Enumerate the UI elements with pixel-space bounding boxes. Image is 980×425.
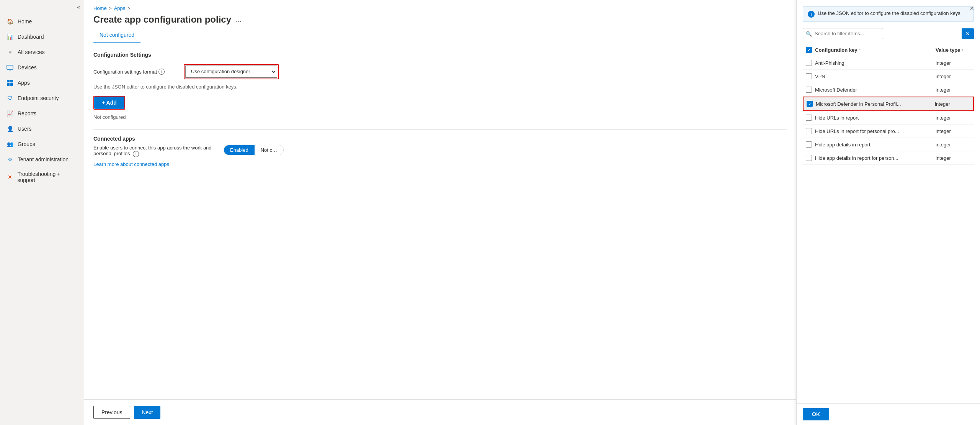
table-row: Microsoft Defender integer (803, 83, 974, 97)
sidebar-item-label: Reports (18, 110, 36, 117)
trouble-icon: ✕ (6, 173, 13, 181)
sidebar-item-tenant[interactable]: ⚙ Tenant administration (0, 152, 84, 167)
row-type-text: integer (936, 155, 974, 161)
add-button[interactable]: + Add (94, 97, 124, 109)
dashboard-icon: 📊 (6, 33, 14, 41)
sidebar-item-users[interactable]: 👤 Users (0, 121, 84, 136)
svg-rect-0 (7, 65, 13, 69)
row-key-text: Microsoft Defender (815, 87, 936, 93)
format-label: Configuration settings format i (93, 69, 178, 75)
panel-table: Configuration key ↑↓ Value type ↑ Anti-P… (803, 44, 974, 403)
sidebar: « 🏠 Home 📊 Dashboard ≡ All services Devi… (0, 0, 84, 425)
panel-search-row: 🔍 ✕ (803, 28, 974, 39)
sidebar-item-allservices[interactable]: ≡ All services (0, 44, 84, 60)
config-format-select[interactable]: Use configuration designer (185, 66, 277, 78)
panel-table-header: Configuration key ↑↓ Value type ↑ (803, 44, 974, 56)
panel-search-input[interactable] (803, 28, 883, 39)
svg-rect-3 (7, 80, 10, 82)
toggle-enabled[interactable]: Enabled (224, 145, 255, 155)
sidebar-item-devices[interactable]: Devices (0, 60, 84, 75)
col-type-sort-icon[interactable]: ↑ (962, 48, 964, 52)
sidebar-item-label: Dashboard (18, 34, 44, 40)
tab-not-configured[interactable]: Not configured (93, 28, 140, 43)
toggle-not-configured[interactable]: Not c… (255, 145, 283, 155)
col-key-sort-icon[interactable]: ↑↓ (859, 48, 863, 52)
not-configured-text: Not configured (93, 114, 787, 120)
row-checkbox[interactable] (806, 115, 812, 121)
breadcrumb-apps[interactable]: Apps (114, 5, 126, 11)
sidebar-item-groups[interactable]: 👥 Groups (0, 136, 84, 152)
services-icon: ≡ (6, 48, 14, 56)
next-button[interactable]: Next (134, 406, 160, 419)
config-select-box: Use configuration designer (184, 64, 279, 79)
sidebar-item-endpoint[interactable]: 🛡 Endpoint security (0, 90, 84, 106)
panel-close-button[interactable]: × (970, 5, 974, 13)
sidebar-item-dashboard[interactable]: 📊 Dashboard (0, 29, 84, 44)
sidebar-item-apps[interactable]: Apps (0, 75, 84, 90)
row-key-text: VPN (815, 74, 936, 79)
home-icon: 🏠 (6, 18, 14, 25)
panel-info-bar: i Use the JSON editor to configure the d… (803, 6, 974, 22)
row-type-text: integer (936, 142, 974, 148)
config-settings-section-label: Configuration Settings (93, 52, 787, 58)
sidebar-item-label: All services (18, 49, 45, 55)
row-checkbox[interactable] (806, 141, 812, 148)
breadcrumb-arrow1: > (109, 6, 112, 11)
sidebar-collapse-button[interactable]: « (0, 0, 84, 14)
add-btn-box: + Add (93, 96, 125, 110)
row-type-text: integer (936, 60, 974, 66)
connected-apps-desc: Enable users to connect this app across … (93, 145, 216, 157)
connected-apps-info-icon[interactable]: i (133, 151, 139, 157)
sidebar-item-home[interactable]: 🏠 Home (0, 14, 84, 29)
ok-button[interactable]: OK (803, 408, 829, 420)
side-panel: × i Use the JSON editor to configure the… (796, 0, 980, 425)
breadcrumb-home[interactable]: Home (93, 5, 107, 11)
row-checkbox[interactable] (806, 128, 812, 134)
users-icon: 👤 (6, 125, 14, 133)
row-type-text: integer (936, 74, 974, 79)
row-type-text: integer (936, 87, 974, 93)
toggle-container: Enabled Not c… (224, 145, 284, 155)
svg-rect-6 (10, 83, 13, 86)
col-key-header: Configuration key ↑↓ (815, 47, 936, 53)
table-row: Hide app details in report for person...… (803, 151, 974, 165)
apps-icon (6, 79, 14, 87)
row-type-text: integer (936, 115, 974, 121)
search-wrap: 🔍 (803, 28, 959, 39)
sidebar-item-label: Users (18, 126, 32, 132)
row-checkbox[interactable] (807, 101, 813, 107)
config-format-row: Configuration settings format i Use conf… (93, 64, 787, 79)
info-circle-icon: i (808, 11, 815, 18)
sidebar-item-label: Tenant administration (18, 156, 69, 162)
sidebar-item-troubleshooting[interactable]: ✕ Troubleshooting + support (0, 167, 84, 187)
header-checkbox[interactable] (806, 47, 812, 53)
panel-search-clear-button[interactable]: ✕ (962, 28, 974, 39)
panel-table-body: Anti-Phishing integer VPN integer Micros… (803, 56, 974, 403)
breadcrumb-arrow2: > (127, 6, 130, 11)
learn-more-link[interactable]: Learn more about connected apps (93, 161, 169, 167)
row-key-text: Hide app details in report (815, 142, 936, 148)
page-menu-button[interactable]: ... (236, 16, 242, 24)
sidebar-item-label: Endpoint security (18, 95, 59, 101)
row-key-text: Hide URLs in report for personal pro... (815, 128, 936, 134)
endpoint-icon: 🛡 (6, 94, 14, 102)
tenant-icon: ⚙ (6, 156, 14, 163)
row-checkbox[interactable] (806, 60, 812, 66)
table-row: Hide URLs in report for personal pro... … (803, 125, 974, 138)
sidebar-item-reports[interactable]: 📈 Reports (0, 106, 84, 121)
connected-apps-title: Connected apps (93, 136, 787, 142)
footer-actions: Previous Next (84, 399, 796, 425)
table-row: Microsoft Defender in Personal Profil...… (803, 97, 974, 111)
format-info-icon[interactable]: i (158, 69, 165, 75)
previous-button[interactable]: Previous (93, 406, 130, 419)
row-key-text: Hide URLs in report (815, 115, 936, 121)
row-checkbox[interactable] (806, 155, 812, 161)
row-checkbox[interactable] (806, 87, 812, 93)
table-row: Hide URLs in report integer (803, 111, 974, 125)
svg-rect-1 (9, 70, 11, 71)
page-header: Create app configuration policy ... (84, 11, 796, 25)
devices-icon (6, 64, 14, 71)
search-icon: 🔍 (806, 31, 812, 36)
row-checkbox[interactable] (806, 73, 812, 79)
tab-bar: Not configured (84, 25, 796, 43)
